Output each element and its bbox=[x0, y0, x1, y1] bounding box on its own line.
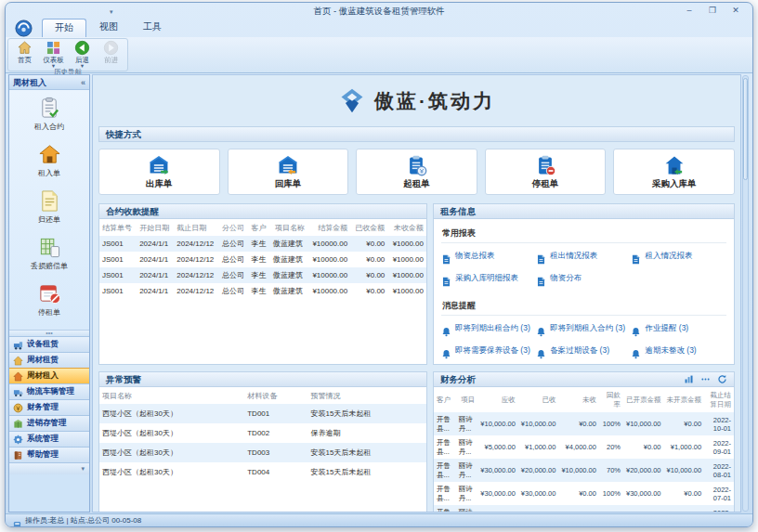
column-header[interactable]: 客户 bbox=[434, 387, 456, 412]
message-link[interactable]: 逾期未整改 (3) bbox=[631, 340, 725, 362]
column-header-label: 回款率 bbox=[607, 391, 621, 409]
table-cell: ¥20,000.00 bbox=[623, 459, 664, 482]
sidebar-shortcut[interactable]: 丢损赔偿单 bbox=[31, 236, 68, 271]
column-header[interactable]: 已收金额 bbox=[350, 219, 387, 236]
collapse-panel-icon[interactable]: « bbox=[81, 75, 85, 89]
table-row[interactable]: JS0012024/1/12024/12/12总公司李生傲蓝建筑¥10000.0… bbox=[99, 252, 426, 267]
vertical-scrollbar[interactable] bbox=[742, 75, 749, 512]
sidebar-nav-item[interactable]: 周材租入 bbox=[9, 368, 89, 383]
column-header-label: 项目名称 bbox=[102, 392, 132, 400]
quick-action-card[interactable]: 停租单 bbox=[485, 149, 607, 195]
message-link[interactable]: 备案过期设备 (3) bbox=[536, 340, 631, 362]
scrollbar-thumb[interactable] bbox=[743, 78, 748, 180]
table-cell: ¥0.00 bbox=[350, 236, 387, 252]
finance-tool-icon[interactable] bbox=[717, 374, 727, 384]
sidebar-nav-item[interactable]: 系统管理 bbox=[9, 431, 89, 447]
ribbon-tab[interactable]: 工具 bbox=[131, 19, 174, 37]
sidebar-shortcut[interactable]: 租入单 bbox=[38, 143, 61, 178]
table-row[interactable]: 西堤小区（起租30天）TD004安装15天后未起租 bbox=[99, 462, 426, 482]
column-header[interactable]: 分公司 bbox=[219, 219, 249, 236]
table-cell: 2022-07-01 bbox=[704, 482, 734, 505]
column-header[interactable]: 已开票金额 bbox=[623, 387, 664, 412]
ribbon-button[interactable]: 后退 ▼ bbox=[68, 39, 97, 68]
sidebar-shortcut[interactable]: 归还单 bbox=[38, 189, 61, 225]
sidebar-shortcut[interactable]: 停租单 bbox=[38, 282, 61, 318]
sidebar-splitter[interactable]: ••• bbox=[9, 330, 89, 336]
table-row[interactable]: 开鲁县...丽诗丹...¥10,000.00¥10,000.00¥0.00100… bbox=[434, 412, 734, 435]
report-link[interactable]: 租出情况报表 bbox=[536, 245, 631, 267]
column-header[interactable]: 回款率 bbox=[599, 387, 623, 412]
quick-action-card[interactable]: 采购入库单 bbox=[613, 149, 735, 195]
column-header[interactable]: 材料设备 bbox=[244, 387, 307, 404]
column-header[interactable]: 结算单号 bbox=[99, 219, 137, 236]
table-row[interactable]: 西堤小区（起租30天）TD001安装15天后未起租 bbox=[99, 404, 426, 423]
table-row[interactable]: 开鲁县...丽诗丹...¥60,000.00¥30,000.00¥30,000.… bbox=[434, 505, 734, 513]
table-row[interactable]: 西堤小区（起租30天）TD003安装15天后未起租 bbox=[99, 443, 426, 462]
table-cell: JS001 bbox=[99, 283, 137, 299]
table-row[interactable]: 开鲁县...丽诗丹...¥30,000.00¥30,000.00¥0.00100… bbox=[434, 482, 734, 505]
table-cell: 西堤小区（起租30天） bbox=[99, 462, 244, 482]
column-header[interactable]: 截止结算日期 bbox=[704, 387, 734, 412]
table-row[interactable]: JS0012024/1/12024/12/12总公司李生傲蓝建筑¥10000.0… bbox=[99, 283, 426, 299]
ribbon-button[interactable]: 仪表板 ▼ bbox=[39, 39, 68, 68]
ribbon-tab[interactable]: 视图 bbox=[87, 19, 130, 37]
column-header[interactable]: 客户 bbox=[249, 219, 270, 236]
sidebar-options-caret[interactable]: ▾ bbox=[9, 462, 89, 474]
table-cell: ¥1000.00 bbox=[387, 283, 426, 299]
column-header[interactable]: 结算金额 bbox=[307, 219, 350, 236]
column-header[interactable]: 已收 bbox=[518, 387, 559, 412]
column-header[interactable]: 未收金额 bbox=[387, 219, 426, 236]
sidebar-nav-item[interactable]: 帮助管理 bbox=[9, 447, 89, 462]
table-row[interactable]: JS0012024/1/12024/12/12总公司李生傲蓝建筑¥10000.0… bbox=[99, 267, 426, 283]
ribbon-tab[interactable]: 开始 bbox=[42, 19, 86, 37]
sidebar-nav-item[interactable]: 周材租赁 bbox=[9, 352, 89, 368]
finance-tool-icon[interactable] bbox=[684, 374, 694, 384]
ribbon-button[interactable]: 前进 bbox=[97, 39, 125, 68]
report-link[interactable]: 物资分布 bbox=[536, 267, 631, 290]
column-header[interactable]: 未收 bbox=[558, 387, 599, 412]
message-link[interactable]: 即将到期出租合约 (3) bbox=[441, 318, 536, 340]
column-header[interactable]: 应收 bbox=[477, 387, 518, 412]
table-row[interactable]: 西堤小区（起租30天）TD002保养逾期 bbox=[99, 423, 426, 443]
sidebar-nav-item[interactable]: 物流车辆管理 bbox=[9, 383, 89, 399]
quick-action-icon bbox=[534, 154, 556, 176]
table-row[interactable]: 开鲁县...丽诗丹...¥5,000.00¥1,000.00¥4,000.002… bbox=[434, 435, 734, 459]
column-header-label: 结算单号 bbox=[102, 224, 132, 232]
quick-action-card[interactable]: 回库单 bbox=[228, 149, 349, 195]
maximize-button[interactable]: ❐ bbox=[702, 6, 723, 17]
table-cell: 2024/1/1 bbox=[137, 236, 174, 252]
column-header[interactable]: 项目名称 bbox=[99, 387, 244, 404]
app-logo-icon[interactable] bbox=[15, 19, 33, 37]
quick-access-caret-icon[interactable]: ▾ bbox=[110, 4, 113, 19]
column-header-label: 截止日期 bbox=[176, 224, 206, 232]
title-bar[interactable]: ▾ 首页 - 傲蓝建筑设备租赁管理软件 – ❐ ✕ bbox=[6, 3, 752, 19]
close-button[interactable]: ✕ bbox=[725, 6, 746, 17]
quick-action-card[interactable]: 起租单 bbox=[356, 149, 477, 195]
column-header[interactable]: 预警情况 bbox=[308, 387, 426, 404]
sidebar-shortcut[interactable]: 租入合约 bbox=[34, 97, 64, 132]
message-link[interactable]: 即将需要保养设备 (3) bbox=[441, 340, 536, 362]
ribbon-button[interactable]: 首页 bbox=[10, 39, 39, 68]
column-header[interactable]: 项目名称 bbox=[270, 219, 307, 236]
report-link[interactable]: 租入情况报表 bbox=[631, 245, 725, 267]
sidebar-nav-item[interactable]: 财务管理 bbox=[9, 399, 89, 415]
sidebar-nav-item[interactable]: 设备租赁 bbox=[9, 336, 89, 352]
sidebar-nav-item[interactable]: 进销存管理 bbox=[9, 415, 89, 431]
table-row[interactable]: JS0012024/1/12024/12/12总公司李生傲蓝建筑¥10000.0… bbox=[99, 236, 426, 252]
table-cell: 李生 bbox=[249, 252, 270, 267]
report-link[interactable]: 采购入库明细报表 bbox=[441, 267, 536, 290]
message-link[interactable]: 即将到期租入合约 (3) bbox=[536, 318, 631, 340]
minimize-button[interactable]: – bbox=[679, 6, 699, 17]
quick-action-card[interactable]: 出库单 bbox=[98, 149, 220, 195]
table-cell: ¥30,000.00 bbox=[623, 482, 664, 505]
report-link[interactable]: 物资总报表 bbox=[441, 245, 536, 267]
column-header[interactable]: 未开票金额 bbox=[664, 387, 705, 412]
status-icon bbox=[13, 516, 21, 525]
column-header[interactable]: 项目 bbox=[456, 387, 478, 412]
column-header[interactable]: 开始日期 bbox=[137, 219, 174, 236]
finance-tool-icon[interactable] bbox=[700, 374, 711, 384]
column-header[interactable]: 截止日期 bbox=[174, 219, 219, 236]
table-cell: ¥1000.00 bbox=[387, 252, 426, 267]
table-row[interactable]: 开鲁县...丽诗丹...¥30,000.00¥20,000.00¥10,000.… bbox=[434, 459, 734, 482]
message-link[interactable]: 作业提醒 (3) bbox=[631, 318, 725, 340]
